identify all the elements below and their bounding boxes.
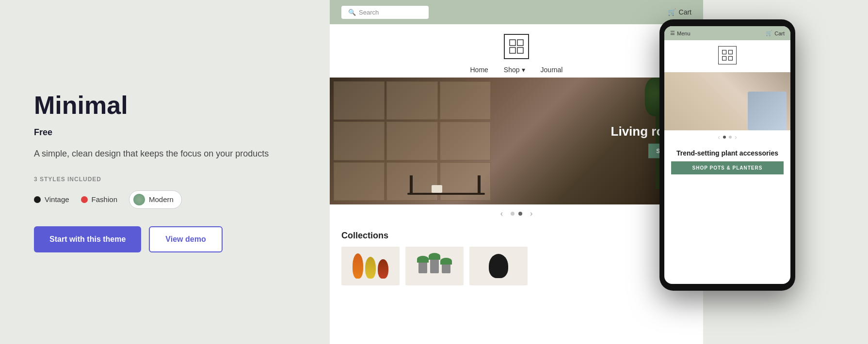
styles-label: 3 STYLES INCLUDED [34,176,296,183]
carousel-next-arrow[interactable]: › [526,209,536,218]
mobile-cart-icon: 🛒 [766,30,772,36]
svg-rect-4 [723,50,726,54]
window-pane [334,122,385,160]
mobile-chair-image [748,92,787,130]
mobile-hero [664,72,790,130]
mobile-product-title: Trend-setting plant accessories [671,149,784,157]
mobile-cart-label: Cart [774,31,785,36]
window-pane [440,81,491,120]
store-header: Home Shop ▾ Journal [330,24,703,78]
mobile-carousel-controls: ‹ › [664,130,790,144]
collections-grid [341,247,691,285]
plants-group [418,259,450,273]
menu-label: Menu [677,31,691,36]
style-option-vintage[interactable]: Vintage [34,195,69,203]
style-option-fashion[interactable]: Fashion [81,195,117,203]
nav-shop[interactable]: Shop ▾ [504,66,525,74]
carousel-dot-2[interactable] [518,212,522,216]
pineapple-3 [378,259,388,279]
search-icon: 🔍 [348,9,356,16]
store-logo [504,34,529,59]
mobile-next-arrow[interactable]: › [735,133,737,141]
collections-title: Collections [341,231,691,241]
style-option-modern[interactable]: Modern [129,190,182,209]
table-surface [407,193,485,195]
window-pane [440,162,491,201]
svg-rect-1 [517,40,523,46]
start-theme-button[interactable]: Start with this theme [34,226,141,252]
svg-rect-6 [723,56,726,60]
table-leg-right [478,175,481,195]
search-placeholder: Search [359,9,379,16]
carousel-controls: ‹ › [330,204,703,223]
mobile-dot-2[interactable] [729,136,732,139]
pineapple-group [353,253,388,279]
theme-price: Free [34,127,296,138]
store-search-box[interactable]: 🔍 Search [341,6,429,19]
store-cart-button[interactable]: 🛒 Cart [668,8,691,16]
carousel-prev-arrow[interactable]: ‹ [497,209,507,218]
collection-item-pineapples[interactable] [341,247,400,285]
store-topbar: 🔍 Search 🛒 Cart [330,0,703,24]
table-leg-left [410,175,413,195]
mobile-prev-arrow[interactable]: ‹ [718,133,720,141]
window-pane [440,122,491,160]
window-pane [386,81,437,120]
logo-icon [508,38,525,55]
window-pane [334,81,385,120]
mobile-menu-button[interactable]: ☰ Menu [670,30,691,36]
mobile-product-section: Trend-setting plant accessories SHOP POT… [664,144,790,179]
pineapple-2 [365,257,376,279]
view-demo-button[interactable]: View demo [149,226,222,252]
vintage-dot [34,196,41,203]
mobile-screen: ☰ Menu 🛒 Cart [664,26,790,284]
collections-section: Collections [330,223,703,293]
modern-dot [133,194,145,205]
bird-shape [489,254,508,278]
mobile-logo [718,46,737,64]
fashion-dot [81,196,88,203]
hero-area: Living room a SHOP BE [330,78,703,204]
plant-pot-3 [442,264,450,273]
mobile-shop-button[interactable]: SHOP POTS & PLANTERS [671,161,784,174]
hamburger-icon: ☰ [670,30,675,36]
fashion-label: Fashion [92,195,117,203]
plant-pot-2 [430,259,439,273]
left-panel: Minimal Free A simple, clean design that… [0,0,330,344]
mobile-dot-1[interactable] [723,136,726,139]
plant-pot-1 [418,262,427,273]
hero-bg: Living room a SHOP BE [330,78,703,204]
mobile-preview: ☰ Menu 🛒 Cart [659,19,795,291]
shop-chevron-icon: ▾ [522,66,525,74]
theme-description: A simple, clean design that keeps the fo… [34,147,296,160]
buttons-row: Start with this theme View demo [34,226,296,252]
vintage-label: Vintage [45,195,69,203]
svg-rect-5 [728,50,732,54]
mobile-topbar: ☰ Menu 🛒 Cart [664,26,790,40]
mobile-cart-button[interactable]: 🛒 Cart [766,30,785,36]
cart-icon: 🛒 [668,8,676,16]
modern-label: Modern [149,195,174,203]
collection-item-bird[interactable] [469,247,528,285]
cart-label: Cart [679,8,691,16]
pineapple-1 [353,253,363,279]
svg-rect-0 [510,40,515,46]
theme-title: Minimal [34,92,296,119]
styles-row: Vintage Fashion Modern [34,190,296,209]
mobile-header [664,40,790,72]
right-panel: 🔍 Search 🛒 Cart Home Shop [330,0,868,344]
svg-rect-3 [517,47,523,53]
svg-rect-7 [728,56,732,60]
desktop-preview: 🔍 Search 🛒 Cart Home Shop [330,0,703,344]
mobile-hero-image [664,72,790,130]
carousel-dot-1[interactable] [511,212,514,216]
collection-item-plants[interactable] [405,247,464,285]
window-pane [334,162,385,201]
mobile-logo-icon [722,49,733,61]
cup-shape [432,185,442,193]
nav-journal[interactable]: Journal [541,66,563,74]
window-pane [386,122,437,160]
store-nav: Home Shop ▾ Journal [470,66,563,74]
nav-home[interactable]: Home [470,66,488,74]
svg-rect-2 [510,47,515,53]
